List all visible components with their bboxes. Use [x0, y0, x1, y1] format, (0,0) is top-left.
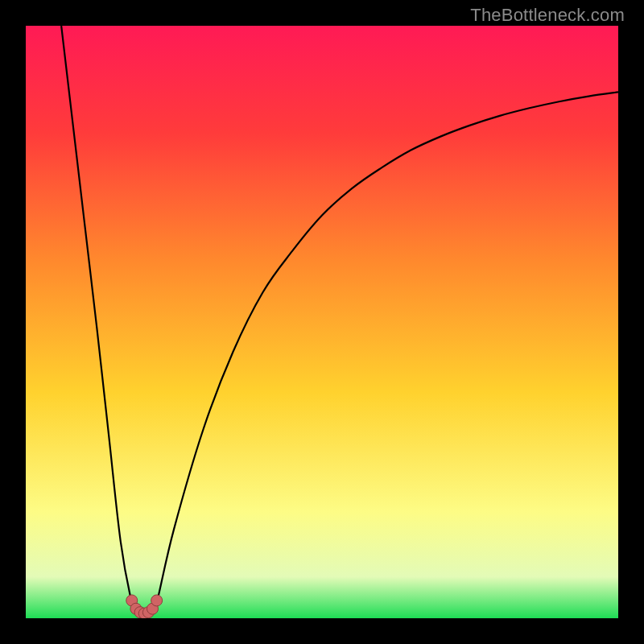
chart-frame: TheBottleneck.com	[0, 0, 644, 644]
watermark-text: TheBottleneck.com	[470, 5, 625, 26]
gradient-background	[26, 26, 618, 618]
chart-canvas	[26, 26, 618, 618]
cusp-marker	[151, 595, 163, 606]
plot-area	[26, 26, 618, 618]
